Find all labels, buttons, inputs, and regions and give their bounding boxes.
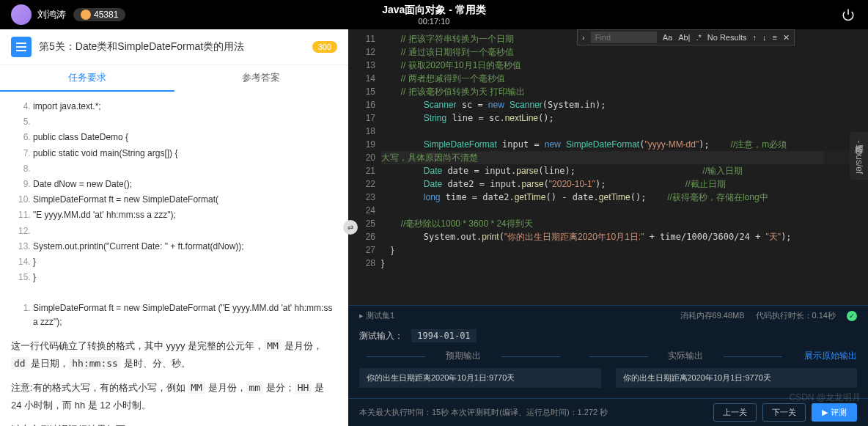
test-input-value: 1994-01-01 [411,329,476,342]
test-input-row: 测试输入： 1994-01-01 [348,326,868,347]
actual-label: 实际输出 [582,350,790,362]
line-gutter: 111213141516171819202122232425262728 [348,29,381,305]
menu-button[interactable] [11,37,32,57]
paragraph-1: 这一行代码确立了转换的格式，其中 yyyy 是完整的公元年，MM 是月份，dd … [11,337,337,372]
watermark: CSDN @龙龙明月 [789,392,861,404]
expected-label: 预期输出 [359,350,567,362]
prev-button[interactable]: 上一关 [713,403,757,422]
find-word-icon[interactable]: Ab| [678,33,690,42]
avatar[interactable] [11,4,32,25]
find-selection-icon[interactable]: ≡ [773,33,777,42]
coins-count: 45381 [94,10,118,20]
content-area[interactable]: import java.text.*; public class DateDem… [0,92,348,426]
header-center: Java面向对象 - 常用类 00:17:10 [382,4,486,26]
find-close-icon[interactable]: ✕ [783,33,790,43]
left-header: 第5关：Date类和SimpleDateFormat类的用法 300 [0,29,348,65]
find-prev-icon[interactable]: › [582,33,585,42]
actual-output: 你的出生日期距离2020年10月1日:9770天 [616,368,858,388]
top-header: 刘鸿涛 45381 Java面向对象 - 常用类 00:17:10 [0,0,868,29]
course-title: Java面向对象 - 常用类 [382,4,486,17]
coins-badge[interactable]: 45381 [73,8,125,21]
code-area[interactable]: // 把该字符串转换为一个日期 // 通过该日期得到一个毫秒值 // 获取202… [381,29,868,305]
check-icon: ✓ [847,311,857,321]
tabs: 任务要求 参考答案 [0,65,348,92]
play-icon: ▶ [822,408,828,417]
task-title: 第5关：Date类和SimpleDateFormat类的用法 [39,40,312,54]
test-input-label: 测试输入： [359,331,403,341]
evaluate-button[interactable]: ▶ 评测 [812,403,857,422]
find-results: No Results [707,33,747,42]
test-set-label[interactable]: ▸ 测试集1 [359,310,394,321]
paragraph-3: 以上实例编译运行结果如下: [11,421,337,426]
find-bar: › Aa Ab| .* No Results ↑ ↓ ≡ ✕ [577,29,795,45]
find-up-icon[interactable]: ↑ [753,33,757,42]
find-input[interactable] [591,32,657,43]
points-badge: 300 [312,41,337,53]
tab-answer[interactable]: 参考答案 [174,65,349,92]
editor-area[interactable]: › Aa Ab| .* No Results ↑ ↓ ≡ ✕ 111213141… [348,29,868,305]
memory-info: 消耗内存69.48MB [680,310,745,321]
find-case-icon[interactable]: Aa [663,33,672,42]
bottom-info: 本关最大执行时间：15秒 本次评测耗时(编译、运行总时间)：1.272 秒 [359,407,608,418]
tab-requirements[interactable]: 任务要求 [0,65,174,92]
username: 刘鸿涛 [37,8,66,21]
result-header: ▸ 测试集1 消耗内存69.48MB 代码执行时长：0.14秒 ✓ [348,306,868,326]
output-labels-row: 预期输出 实际输出 展示原始输出 [348,347,868,365]
expected-output: 你的出生日期距离2020年10月1日:9770天 [359,368,601,388]
power-button[interactable] [839,6,857,23]
right-panel: › Aa Ab| .* No Results ↑ ↓ ≡ ✕ 111213141… [348,29,868,426]
time-info: 代码执行时长：0.14秒 [756,310,836,321]
result-panel: ▸ 测试集1 消耗内存69.48MB 代码执行时长：0.14秒 ✓ 测试输入： … [348,305,868,426]
output-boxes: 你的出生日期距离2020年10月1日:9770天 你的出生日期距离2020年10… [348,365,868,391]
find-regex-icon[interactable]: .* [696,33,701,42]
code-block-2: SimpleDateFormat ft = new SimpleDateForm… [11,301,337,330]
show-raw-link[interactable]: 展示原始输出 [804,350,857,362]
next-button[interactable]: 下一关 [762,403,806,422]
horizontal-drag-handle[interactable]: ⇄ [343,220,358,235]
code-block-1: import java.text.*; public class DateDem… [11,99,337,285]
coin-icon [81,10,91,20]
paragraph-2: 注意:有的格式大写，有的格式小写，例如 MM 是月份，mm 是分；HH 是 24… [11,379,337,414]
left-panel: 第5关：Date类和SimpleDateFormat类的用法 300 任务要求 … [0,29,348,426]
find-down-icon[interactable]: ↓ [762,33,767,42]
side-label[interactable]: 椿姬 - kous/ef [850,132,868,180]
timer: 00:17:10 [382,17,486,26]
